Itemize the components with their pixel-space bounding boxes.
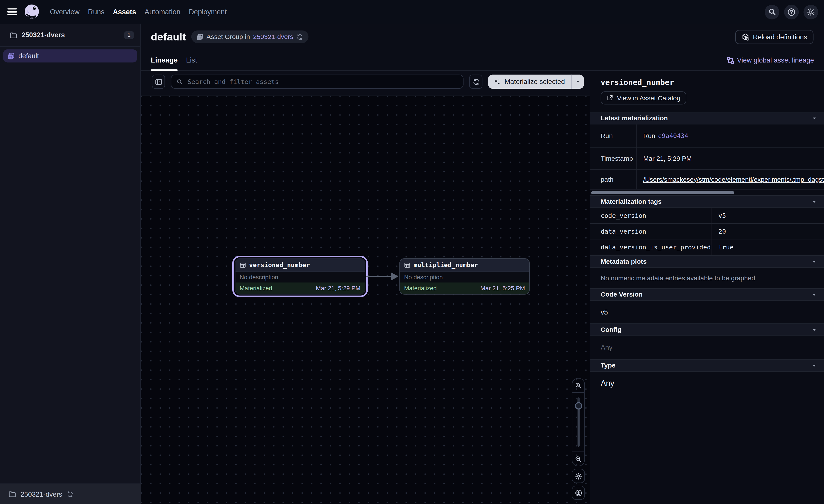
- asset-node-name: versioned_number: [249, 261, 310, 269]
- tag-value: 20: [712, 224, 824, 239]
- section-config[interactable]: Config: [590, 324, 824, 336]
- zoom-slider-handle[interactable]: [575, 402, 582, 409]
- lineage-graph-canvas[interactable]: versioned_number No description Material…: [141, 96, 590, 504]
- page-header: default Asset Group in 250321-dvers Relo…: [141, 24, 824, 50]
- lineage-graph-icon: [727, 56, 734, 64]
- asset-node-name: multiplied_number: [414, 261, 478, 269]
- section-heading: Type: [601, 362, 616, 369]
- reload-definitions-button[interactable]: Reload definitions: [735, 30, 814, 44]
- asset-node-versioned-number[interactable]: versioned_number No description Material…: [235, 258, 365, 294]
- nav-deployment[interactable]: Deployment: [189, 8, 227, 16]
- topnav-actions: [765, 5, 818, 19]
- section-metadata-plots[interactable]: Metadata plots: [590, 255, 824, 268]
- sidebar-item-label: default: [18, 52, 39, 60]
- caret-down-icon[interactable]: [812, 363, 817, 368]
- caret-down-icon[interactable]: [812, 259, 817, 264]
- zoom-out-icon: [575, 456, 582, 463]
- row-label: Timestamp: [590, 147, 637, 169]
- folder-icon: [9, 31, 17, 38]
- search-input[interactable]: [187, 78, 458, 86]
- chip-prefix: Asset Group in: [207, 33, 250, 40]
- materialization-time: Mar 21, 5:25 PM: [481, 285, 525, 291]
- section-heading: Metadata plots: [601, 258, 646, 265]
- nav-automation[interactable]: Automation: [144, 8, 181, 16]
- sidebar-group-label: 250321-dvers: [22, 31, 65, 39]
- asset-node-header: versioned_number: [235, 259, 365, 272]
- zoom-in-button[interactable]: [572, 379, 584, 393]
- sidebar-group-row[interactable]: 250321-dvers 1: [0, 24, 140, 47]
- materialization-time: Mar 21, 5:29 PM: [316, 285, 360, 291]
- lineage-workspace: Materialize selected versioned_number No…: [141, 71, 590, 504]
- view-global-asset-lineage-link[interactable]: View global asset lineage: [727, 56, 814, 64]
- refresh-graph-button[interactable]: [470, 75, 483, 89]
- section-type[interactable]: Type: [590, 359, 824, 372]
- zoom-slider[interactable]: [572, 393, 584, 452]
- nav-runs[interactable]: Runs: [88, 8, 104, 16]
- sidebar-item-default[interactable]: default: [3, 49, 137, 62]
- row-value: Run c9a40434: [637, 124, 824, 147]
- reload-definitions-label: Reload definitions: [753, 33, 807, 41]
- page-title: default: [151, 31, 186, 43]
- table-icon: [404, 262, 410, 268]
- asset-node-description: No description: [400, 272, 529, 282]
- gear-icon: [807, 8, 815, 16]
- horizontal-scrollbar[interactable]: [591, 191, 734, 195]
- zoom-out-button[interactable]: [572, 452, 584, 466]
- help-button[interactable]: [784, 5, 799, 19]
- search-button[interactable]: [765, 5, 780, 19]
- row-label: Run: [590, 124, 637, 147]
- view-in-asset-catalog-button[interactable]: View in Asset Catalog: [601, 91, 686, 105]
- metadata-plots-empty-message: No numeric metadata entries available to…: [590, 268, 824, 288]
- asset-details-panel: versioned_number View in Asset Catalog L…: [590, 71, 824, 504]
- download-image-button[interactable]: [572, 486, 585, 500]
- gear-icon: [575, 472, 582, 480]
- chip-code-location-link[interactable]: 250321-dvers: [253, 33, 293, 40]
- settings-button[interactable]: [803, 5, 818, 19]
- folder-icon: [8, 490, 16, 498]
- view-tabs: Lineage List View global asset lineage: [141, 50, 824, 71]
- tab-list-label: List: [186, 56, 197, 64]
- group-count-badge: 1: [124, 31, 134, 39]
- section-latest-materialization[interactable]: Latest materialization: [590, 112, 824, 124]
- tag-value: v5: [712, 208, 824, 223]
- global-lineage-label: View global asset lineage: [737, 56, 814, 64]
- external-link-icon: [606, 95, 613, 102]
- caret-down-icon[interactable]: [812, 327, 817, 332]
- caret-down-icon[interactable]: [812, 292, 817, 297]
- caret-down-icon[interactable]: [812, 199, 817, 204]
- tag-row-code-version: code_version v5: [590, 208, 824, 224]
- asset-node-description: No description: [235, 272, 365, 282]
- nav-overview[interactable]: Overview: [50, 8, 80, 16]
- magnifier-icon: [177, 79, 183, 85]
- dagster-logo[interactable]: [23, 3, 40, 20]
- status-badge: Materialized: [404, 285, 437, 291]
- catalog-button-label: View in Asset Catalog: [617, 94, 681, 102]
- caret-down-icon[interactable]: [812, 116, 817, 120]
- section-code-version[interactable]: Code Version: [590, 288, 824, 301]
- tag-value: true: [712, 239, 824, 255]
- materialize-selected-button[interactable]: Materialize selected: [488, 75, 571, 89]
- section-materialization-tags[interactable]: Materialization tags: [590, 195, 824, 208]
- tab-lineage[interactable]: Lineage: [151, 50, 178, 71]
- hamburger-menu-icon[interactable]: [7, 8, 17, 16]
- top-navigation-bar: Overview Runs Assets Automation Deployme…: [0, 0, 824, 24]
- refresh-icon[interactable]: [296, 33, 303, 40]
- table-row-timestamp: Timestamp Mar 21, 5:29 PM: [590, 147, 824, 169]
- tab-list[interactable]: List: [186, 50, 197, 71]
- config-value: Any: [590, 336, 824, 359]
- asset-search-box: [171, 75, 463, 89]
- materialize-dropdown-button[interactable]: [572, 75, 584, 89]
- run-id-link[interactable]: c9a40434: [658, 132, 688, 139]
- nav-assets[interactable]: Assets: [113, 8, 136, 16]
- row-value: /Users/smackesey/stm/code/elementl/exper…: [637, 169, 824, 189]
- graph-settings-button[interactable]: [572, 469, 585, 483]
- expand-sidebar-button[interactable]: [152, 75, 165, 89]
- section-heading: Config: [601, 326, 621, 333]
- run-prefix: Run: [643, 132, 655, 139]
- asset-node-multiplied-number[interactable]: multiplied_number No description Materia…: [399, 258, 530, 294]
- refresh-icon[interactable]: [67, 491, 73, 498]
- asset-group-icon: [7, 52, 15, 60]
- dagster-app: Overview Runs Assets Automation Deployme…: [0, 0, 824, 504]
- sparkles-icon: [494, 78, 501, 85]
- path-link[interactable]: /Users/smackesey/stm/code/elementl/exper…: [643, 176, 824, 183]
